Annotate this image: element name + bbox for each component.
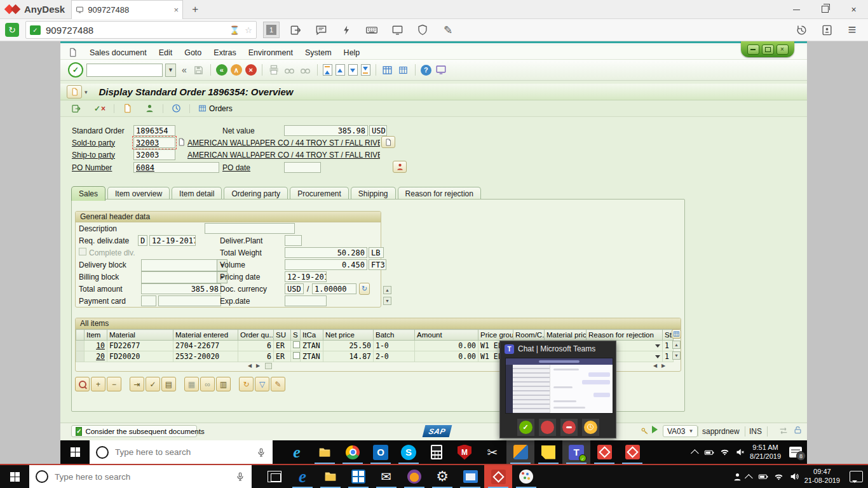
table-scroll-up-icon[interactable]: ▲ — [672, 341, 681, 349]
menu-extras[interactable]: Extras — [214, 48, 236, 57]
session-tab[interactable]: 909727488 × — [71, 0, 183, 19]
exchange-rate-field[interactable]: 1.00000 — [312, 283, 356, 294]
transaction-dropdown-icon[interactable]: ▼ — [688, 428, 693, 434]
address-bar[interactable]: ✓ 909727488 ⌛ ☆ — [25, 21, 257, 39]
system-menu-icon[interactable] — [68, 48, 78, 57]
taskbar-anydesk-2[interactable] — [618, 440, 646, 464]
taskbar-teams[interactable]: T✓ — [562, 440, 590, 464]
table-settings-icon[interactable] — [672, 329, 681, 339]
hscroll-thumb[interactable] — [265, 363, 272, 369]
menu-help[interactable]: Help — [344, 48, 360, 57]
taskbar-store[interactable] — [344, 465, 372, 488]
display-item-button[interactable]: ▤ — [161, 377, 176, 391]
copy-icon[interactable] — [177, 137, 186, 146]
time-data-icon[interactable] — [167, 102, 186, 114]
previous-page-icon[interactable] — [336, 64, 345, 76]
local-start-button[interactable] — [0, 465, 29, 488]
presence-dnd-button[interactable] — [560, 419, 578, 436]
complete-delivery-checkbox[interactable] — [79, 248, 86, 255]
scroll-down-icon[interactable]: ▼ — [383, 297, 391, 305]
close-button[interactable]: × — [839, 0, 868, 19]
req-deliv-date-field[interactable]: 12-19-2017 — [149, 235, 196, 246]
item-detail-button[interactable] — [75, 377, 90, 391]
taskbar-presentation-app[interactable] — [456, 465, 484, 488]
hscroll-right-icon[interactable]: ▶ — [256, 363, 260, 369]
po-number-label[interactable]: PO Number — [72, 162, 112, 173]
permissions-shield-icon[interactable] — [413, 24, 432, 36]
tab-item-overview[interactable]: Item overview — [107, 187, 170, 200]
delete-item-button[interactable]: − — [107, 377, 121, 391]
command-field[interactable] — [86, 64, 163, 77]
taskbar-internet-explorer[interactable]: e — [283, 440, 311, 464]
save-icon[interactable] — [193, 65, 205, 76]
find-icon[interactable] — [283, 65, 296, 76]
monitor-select-button[interactable]: 1 — [263, 22, 280, 38]
description-field[interactable] — [205, 223, 295, 234]
taskbar-anydesk[interactable] — [590, 440, 618, 464]
taskbar-outlook[interactable]: O — [367, 440, 395, 464]
taskbar-edge[interactable]: e — [288, 465, 316, 488]
item-checkbox[interactable] — [293, 341, 300, 348]
propose-items-button[interactable]: ⇥ — [130, 377, 144, 391]
pricing-analysis-button[interactable]: ▥ — [216, 377, 231, 391]
header-note-icon[interactable] — [381, 136, 395, 148]
new-tab-button[interactable]: + — [192, 3, 198, 16]
display-settings-icon[interactable] — [388, 24, 407, 36]
teams-preview-popup[interactable]: T Chat | Microsoft Teams ✓ — [499, 341, 616, 438]
payment-card-type-field[interactable] — [141, 295, 156, 306]
taskbar-tor-browser[interactable] — [400, 465, 428, 488]
standard-order-field[interactable]: 1896354 — [133, 125, 175, 136]
history-icon[interactable] — [792, 24, 811, 36]
po-number-field[interactable]: 6084 — [133, 162, 219, 173]
favorite-star-icon[interactable]: ☆ — [245, 25, 252, 35]
taskbar-paint[interactable] — [512, 465, 540, 488]
tab-procurement[interactable]: Procurement — [290, 187, 349, 200]
customer-info-icon[interactable] — [393, 161, 407, 173]
teams-preview-thumbnail[interactable] — [505, 358, 613, 414]
check-item-button[interactable]: ✓ — [146, 377, 160, 391]
tray-chevron-icon[interactable] — [691, 449, 699, 458]
taskbar-anydesk[interactable] — [484, 465, 512, 488]
status-play-icon[interactable] — [652, 426, 661, 433]
remote-clock[interactable]: 9:51 AM 8/21/2019 — [750, 444, 781, 461]
tab-item-detail[interactable]: Item detail — [172, 187, 222, 200]
sold-to-party-field[interactable]: 32003 — [133, 137, 175, 148]
new-session-icon[interactable] — [381, 65, 394, 76]
menu-system[interactable]: System — [305, 48, 332, 57]
address-book-icon[interactable] — [817, 24, 836, 36]
row-selector[interactable] — [76, 351, 85, 362]
notifications-icon[interactable]: 8 — [789, 447, 802, 458]
delivery-block-combo[interactable]: ▼ — [141, 259, 227, 271]
taskbar-skype[interactable]: S — [395, 440, 423, 464]
configure-item-button[interactable]: ▦ — [184, 377, 199, 391]
menu-sales-document[interactable]: Sales document — [90, 48, 147, 57]
tray-chevron-icon[interactable] — [745, 474, 753, 482]
collapse-icon[interactable]: « — [182, 65, 187, 75]
scroll-up-icon[interactable]: ▲ — [383, 286, 391, 294]
row-selector[interactable] — [76, 341, 85, 351]
local-clock[interactable]: 09:47 21-08-2019 — [804, 468, 840, 485]
ship-to-party-label[interactable]: Ship-to party — [72, 149, 115, 160]
req-deliv-type-field[interactable]: D — [138, 235, 147, 246]
sold-to-party-label[interactable]: Sold-to party — [72, 137, 115, 148]
taskbar-file-explorer[interactable] — [311, 440, 339, 464]
rejection-dropdown-icon[interactable] — [655, 355, 660, 361]
menu-environment[interactable]: Environment — [248, 48, 293, 57]
presence-busy-button[interactable] — [539, 419, 556, 436]
ship-to-party-field[interactable]: 32003 — [133, 149, 175, 160]
sap-restore-button[interactable] — [762, 44, 774, 55]
action-center-icon[interactable] — [850, 471, 863, 482]
minimize-button[interactable] — [782, 0, 811, 19]
session-actions-icon[interactable]: ↻ — [5, 23, 19, 37]
actions-lightning-icon[interactable] — [337, 25, 356, 36]
taskbar-calculator[interactable] — [423, 440, 451, 464]
rejection-dropdown-icon[interactable] — [655, 344, 660, 350]
local-search-input[interactable] — [53, 471, 230, 482]
title-menu-dropdown-icon[interactable]: ▾ — [85, 89, 88, 95]
tab-shipping[interactable]: Shipping — [351, 187, 396, 200]
find-next-icon[interactable] — [299, 65, 312, 76]
presence-away-button[interactable] — [582, 419, 599, 436]
wifi-icon[interactable] — [719, 447, 730, 457]
table-scroll-down-icon[interactable]: ▼ — [672, 351, 681, 360]
battery-icon[interactable] — [703, 447, 715, 458]
